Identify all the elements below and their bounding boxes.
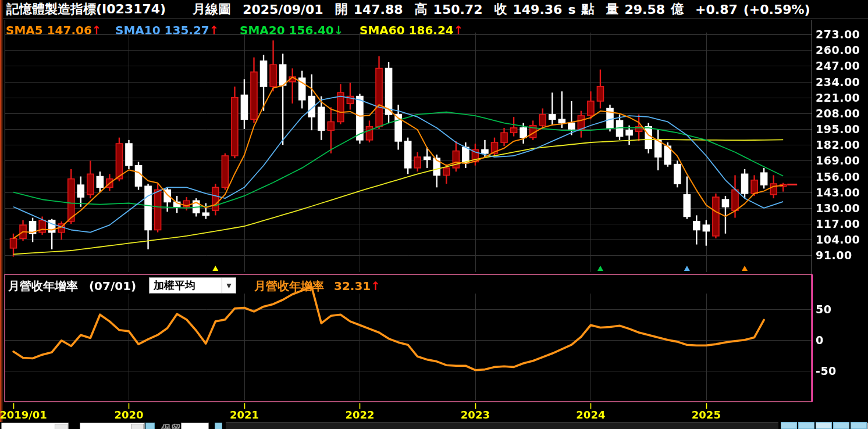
candlestick-chart-canvas[interactable] xyxy=(0,0,868,429)
change-value: +0.87 xyxy=(695,2,738,17)
taskbar-item[interactable] xyxy=(798,422,814,429)
average-method-dropdown[interactable]: 加權平均 ▼ xyxy=(149,277,236,294)
price-axis-label: 208.00 xyxy=(816,107,867,120)
spacer-spinner[interactable] xyxy=(181,423,209,429)
price-axis-label: 117.00 xyxy=(816,217,867,230)
bottom-blue-button-1[interactable] xyxy=(145,423,155,429)
legend-sma20: SMA20 156.40↓ xyxy=(240,23,344,37)
price-axis-label: 221.00 xyxy=(816,91,867,104)
titlebar: 記憶體製造指標(I023174) 月線圖 2025/09/01 開 147.88… xyxy=(3,0,868,19)
chevron-down-icon[interactable]: ▼ xyxy=(222,278,236,293)
unit-label: 點 xyxy=(582,1,595,18)
high-label: 高 xyxy=(415,1,428,18)
taskbar-item[interactable] xyxy=(816,422,832,429)
taskbar-item[interactable] xyxy=(851,422,867,429)
volume-value: 29.58 xyxy=(625,2,666,17)
price-axis-label: 182.00 xyxy=(816,138,867,151)
high-value: 150.72 xyxy=(433,2,483,17)
subpanel-date-label: (07/01) xyxy=(89,279,136,293)
dropdown-selected-value: 加權平均 xyxy=(150,278,222,292)
taskbar-item[interactable] xyxy=(781,422,797,429)
change-percent: (+0.59%) xyxy=(744,2,810,17)
volume-label: 量 xyxy=(606,1,619,18)
down-arrow-icon: ↓ xyxy=(334,23,344,37)
subpanel-axis-label: -50 xyxy=(816,364,867,377)
subpanel-title: 月營收年增率 (07/01) xyxy=(8,278,136,294)
legend-sma5: SMA5 147.06↑ xyxy=(6,23,102,37)
up-arrow-icon: ↑ xyxy=(209,23,219,37)
subpanel-current-value: 月營收年增率 32.31↑ xyxy=(254,278,380,294)
year-label: 2022 xyxy=(333,409,386,421)
volume-unit: 億 xyxy=(671,1,684,18)
legend-sma60: SMA60 186.24↑ xyxy=(360,23,464,37)
price-axis-label: 195.00 xyxy=(816,123,867,135)
bottom-combobox-2[interactable] xyxy=(80,423,145,429)
chevron-down-icon[interactable] xyxy=(131,424,144,429)
horizontal-scrollbar-track[interactable]: 01 xyxy=(226,422,778,429)
up-arrow-icon: ↑ xyxy=(92,23,102,37)
chart-application-window: 記憶體製造指標(I023174) 月線圖 2025/09/01 開 147.88… xyxy=(0,0,868,429)
date-value: 2025/09/01 xyxy=(243,2,323,17)
year-label: 2025 xyxy=(680,409,732,421)
subpanel-value: 32.31 xyxy=(334,279,371,293)
subpanel-series-label: 月營收年增率 xyxy=(254,279,324,293)
bottom-combobox-1[interactable] xyxy=(1,423,69,429)
year-label: 2020 xyxy=(102,409,155,421)
close-flag: s xyxy=(568,2,575,17)
year-label: 2023 xyxy=(449,409,501,421)
legend-sma10: SMA10 135.27↑ xyxy=(115,23,219,37)
open-label: 開 xyxy=(335,1,348,18)
close-value: 149.36 xyxy=(513,2,562,17)
year-label: 2021 xyxy=(218,409,271,421)
price-axis-label: 91.00 xyxy=(816,249,867,262)
price-axis-label: 260.00 xyxy=(816,44,867,56)
subpanel-title-text: 月營收年增率 xyxy=(8,279,78,293)
price-axis-label: 156.00 xyxy=(816,170,867,183)
year-label: 2024 xyxy=(564,409,617,421)
symbol-name: 記憶體製造指標(I023174) xyxy=(6,1,166,18)
year-label: 2019/01 xyxy=(0,409,49,421)
price-axis-label: 247.00 xyxy=(816,59,867,72)
price-axis-label: 104.00 xyxy=(816,233,867,246)
window-edge-strip xyxy=(0,0,3,429)
price-axis-label: 143.00 xyxy=(816,186,867,199)
subpanel-axis-label: 50 xyxy=(816,303,867,316)
price-axis-label: 273.00 xyxy=(816,28,867,41)
price-axis-label: 234.00 xyxy=(816,76,867,88)
up-arrow-icon: ↑ xyxy=(371,279,380,293)
chevron-down-icon[interactable] xyxy=(55,424,67,429)
up-arrow-icon: ↑ xyxy=(454,23,464,37)
bottom-widget-strip: 保留空間 01 xyxy=(0,422,868,429)
close-label: 收 xyxy=(494,1,507,18)
period-label: 月線圖 xyxy=(193,1,231,18)
taskbar-item[interactable] xyxy=(833,422,849,429)
bottom-blue-button-2[interactable] xyxy=(215,423,222,429)
price-axis-label: 130.00 xyxy=(816,202,867,214)
price-axis-label: 169.00 xyxy=(816,154,867,167)
subpanel-axis-label: 0 xyxy=(816,334,867,346)
open-value: 147.88 xyxy=(354,2,403,17)
